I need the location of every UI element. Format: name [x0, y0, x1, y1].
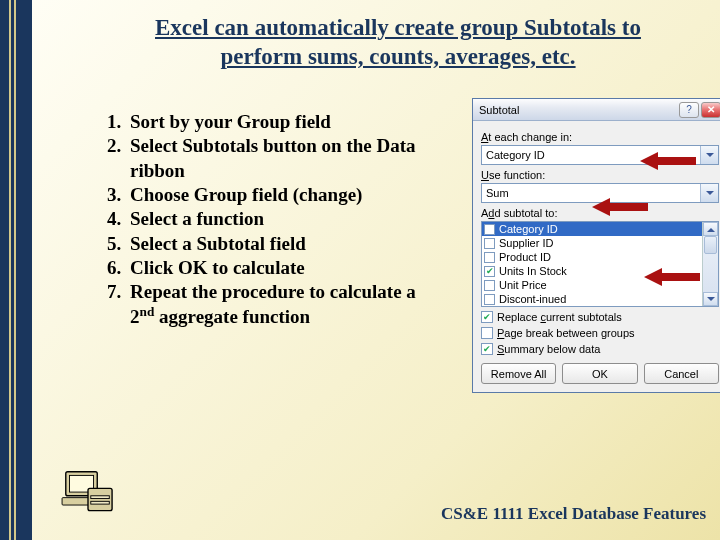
checkbox-summary[interactable]: ✔Summary below data — [481, 343, 719, 355]
steps-list: Sort by your Group field Select Subtotal… — [92, 110, 422, 329]
lbl-change-rest: t each change in: — [488, 131, 572, 143]
chk-summary-label: Summary below data — [497, 343, 600, 355]
list-item-label: Units In Stock — [499, 265, 567, 277]
step-item: Select a Subtotal field — [126, 232, 422, 256]
cancel-button[interactable]: Cancel — [644, 363, 719, 384]
label-use-function: Use function: — [481, 169, 719, 181]
checkbox-icon[interactable] — [484, 224, 495, 235]
checkbox-icon[interactable]: ✔ — [481, 343, 493, 355]
step-item: Select Subtotals button on the Data ribb… — [126, 134, 422, 183]
scroll-up-icon[interactable] — [703, 222, 718, 236]
step-item: Choose Group field (change) — [126, 183, 422, 207]
svg-rect-7 — [91, 496, 110, 499]
label-at-each-change: At each change in: — [481, 131, 719, 143]
dialog-title-text: Subtotal — [479, 104, 519, 116]
remove-all-button[interactable]: Remove All — [481, 363, 556, 384]
title-line-1: Excel can automatically create group Sub… — [155, 15, 641, 40]
subtotal-dialog: Subtotal ? ✕ At each change in: Category… — [472, 98, 720, 393]
checkbox-icon[interactable] — [481, 327, 493, 339]
dialog-titlebar[interactable]: Subtotal ? ✕ — [473, 99, 720, 121]
slide-sidebar — [0, 0, 34, 540]
list-item-label: Product ID — [499, 251, 551, 263]
step-item: Sort by your Group field — [126, 110, 422, 134]
step-item: Select a function — [126, 207, 422, 231]
combo-change-value: Category ID — [486, 149, 545, 161]
scroll-thumb[interactable] — [704, 236, 717, 254]
chevron-down-icon[interactable] — [700, 146, 718, 164]
checkbox-icon[interactable] — [484, 252, 495, 263]
btn-label: Remove All — [491, 368, 547, 380]
btn-label: OK — [592, 368, 608, 380]
chk-pagebreak-label: Page break between groups — [497, 327, 635, 339]
checkbox-icon[interactable] — [484, 294, 495, 305]
title-line-2: perform sums, counts, averages, etc. — [220, 44, 575, 69]
list-item-label: Discont-inued — [499, 293, 566, 305]
checkbox-icon[interactable] — [484, 238, 495, 249]
checkbox-icon[interactable]: ✔ — [484, 266, 495, 277]
svg-marker-0 — [640, 152, 696, 170]
step-item: Repeat the procedure to calculate a 2nd … — [126, 280, 422, 329]
callout-arrow-icon — [640, 152, 696, 170]
checkbox-replace[interactable]: ✔Replace current subtotals — [481, 311, 719, 323]
step-7-tail: aggregate function — [154, 306, 310, 327]
step-7-sup: nd — [140, 303, 155, 318]
chk-replace-label: Replace current subtotals — [497, 311, 622, 323]
ok-button[interactable]: OK — [562, 363, 637, 384]
svg-rect-8 — [91, 501, 110, 504]
btn-label: Cancel — [664, 368, 698, 380]
help-button[interactable]: ? — [679, 102, 699, 118]
callout-arrow-icon — [644, 268, 700, 286]
list-item[interactable]: Supplier ID — [482, 236, 718, 250]
checkbox-page-break[interactable]: Page break between groups — [481, 327, 719, 339]
slide-body: Excel can automatically create group Sub… — [32, 0, 720, 540]
list-item[interactable]: Product ID — [482, 250, 718, 264]
close-button[interactable]: ✕ — [701, 102, 720, 118]
svg-marker-2 — [644, 268, 700, 286]
list-item[interactable]: Category ID — [482, 222, 718, 236]
scrollbar[interactable] — [702, 222, 718, 306]
list-item-label: Unit Price — [499, 279, 547, 291]
checkbox-icon[interactable] — [484, 280, 495, 291]
computer-icon — [60, 468, 116, 518]
list-item-label: Supplier ID — [499, 237, 553, 249]
scroll-down-icon[interactable] — [703, 292, 718, 306]
step-item: Click OK to calculate — [126, 256, 422, 280]
slide-title: Excel can automatically create group Sub… — [88, 14, 708, 72]
slide-footer: CS&E 1111 Excel Database Features — [441, 504, 706, 524]
chevron-down-icon[interactable] — [700, 184, 718, 202]
list-item-label: Category ID — [499, 223, 558, 235]
svg-marker-1 — [592, 198, 648, 216]
svg-rect-6 — [88, 488, 112, 510]
combo-func-value: Sum — [486, 187, 509, 199]
list-item[interactable]: Discont-inued — [482, 292, 718, 306]
checkbox-icon[interactable]: ✔ — [481, 311, 493, 323]
listbox-add-subtotal[interactable]: Category ID Supplier ID Product ID ✔Unit… — [481, 221, 719, 307]
callout-arrow-icon — [592, 198, 648, 216]
